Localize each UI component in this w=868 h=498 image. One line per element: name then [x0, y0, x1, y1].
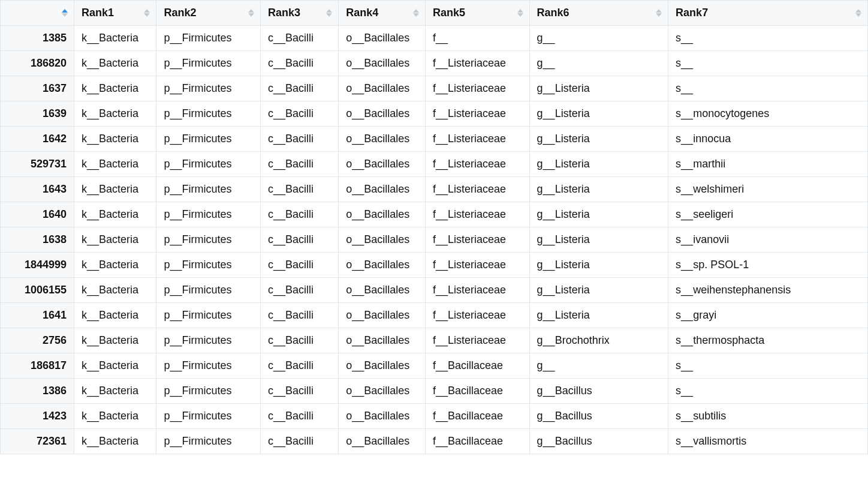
- cell-rank4[interactable]: o__Bacillales: [339, 202, 426, 227]
- sort-icon[interactable]: [325, 8, 333, 19]
- cell-rank3[interactable]: c__Bacilli: [261, 353, 339, 379]
- cell-rank4[interactable]: o__Bacillales: [339, 379, 426, 404]
- cell-rank3[interactable]: c__Bacilli: [261, 127, 339, 152]
- cell-rank6[interactable]: g__Listeria: [529, 76, 668, 101]
- cell-rank7[interactable]: s__innocua: [668, 127, 868, 152]
- cell-rank3[interactable]: c__Bacilli: [261, 227, 339, 253]
- cell-rank2[interactable]: p__Firmicutes: [156, 51, 261, 76]
- cell-rank3[interactable]: c__Bacilli: [261, 76, 339, 101]
- cell-rank7[interactable]: s__seeligeri: [668, 202, 868, 227]
- cell-rank5[interactable]: f__: [425, 26, 529, 51]
- cell-rank1[interactable]: k__Bacteria: [74, 404, 156, 429]
- row-id-cell[interactable]: 1641: [1, 303, 74, 328]
- cell-rank3[interactable]: c__Bacilli: [261, 152, 339, 177]
- cell-rank1[interactable]: k__Bacteria: [74, 429, 156, 454]
- cell-rank6[interactable]: g__: [529, 51, 668, 76]
- cell-rank7[interactable]: s__marthii: [668, 152, 868, 177]
- cell-rank5[interactable]: f__Bacillaceae: [425, 379, 529, 404]
- cell-rank2[interactable]: p__Firmicutes: [156, 127, 261, 152]
- column-header-rank2[interactable]: Rank2: [156, 1, 261, 26]
- cell-rank5[interactable]: f__Listeriaceae: [425, 303, 529, 328]
- cell-rank2[interactable]: p__Firmicutes: [156, 429, 261, 454]
- cell-rank4[interactable]: o__Bacillales: [339, 152, 426, 177]
- cell-rank6[interactable]: g__Listeria: [529, 127, 668, 152]
- cell-rank2[interactable]: p__Firmicutes: [156, 101, 261, 127]
- row-id-cell[interactable]: 1423: [1, 404, 74, 429]
- cell-rank2[interactable]: p__Firmicutes: [156, 328, 261, 353]
- cell-rank5[interactable]: f__Listeriaceae: [425, 101, 529, 127]
- row-id-cell[interactable]: 72361: [1, 429, 74, 454]
- cell-rank4[interactable]: o__Bacillales: [339, 101, 426, 127]
- cell-rank5[interactable]: f__Bacillaceae: [425, 429, 529, 454]
- cell-rank7[interactable]: s__: [668, 26, 868, 51]
- column-header-rank3[interactable]: Rank3: [261, 1, 339, 26]
- cell-rank3[interactable]: c__Bacilli: [261, 379, 339, 404]
- row-id-cell[interactable]: 1386: [1, 379, 74, 404]
- cell-rank2[interactable]: p__Firmicutes: [156, 379, 261, 404]
- cell-rank4[interactable]: o__Bacillales: [339, 76, 426, 101]
- cell-rank7[interactable]: s__grayi: [668, 303, 868, 328]
- cell-rank6[interactable]: g__Bacillus: [529, 404, 668, 429]
- cell-rank7[interactable]: s__subtilis: [668, 404, 868, 429]
- row-id-cell[interactable]: 1844999: [1, 253, 74, 278]
- cell-rank3[interactable]: c__Bacilli: [261, 328, 339, 353]
- cell-rank6[interactable]: g__Brochothrix: [529, 328, 668, 353]
- row-id-cell[interactable]: 2756: [1, 328, 74, 353]
- cell-rank6[interactable]: g__Bacillus: [529, 429, 668, 454]
- cell-rank3[interactable]: c__Bacilli: [261, 303, 339, 328]
- cell-rank7[interactable]: s__: [668, 51, 868, 76]
- sort-icon[interactable]: [655, 8, 663, 19]
- cell-rank5[interactable]: f__Listeriaceae: [425, 127, 529, 152]
- cell-rank2[interactable]: p__Firmicutes: [156, 152, 261, 177]
- cell-rank7[interactable]: s__: [668, 353, 868, 379]
- cell-rank5[interactable]: f__Listeriaceae: [425, 253, 529, 278]
- row-id-cell[interactable]: 1385: [1, 26, 74, 51]
- row-id-cell[interactable]: 1638: [1, 227, 74, 253]
- cell-rank2[interactable]: p__Firmicutes: [156, 76, 261, 101]
- cell-rank5[interactable]: f__Listeriaceae: [425, 202, 529, 227]
- cell-rank6[interactable]: g__Listeria: [529, 101, 668, 127]
- cell-rank6[interactable]: g__Listeria: [529, 303, 668, 328]
- column-header-rank6[interactable]: Rank6: [529, 1, 668, 26]
- cell-rank7[interactable]: s__: [668, 379, 868, 404]
- cell-rank4[interactable]: o__Bacillales: [339, 429, 426, 454]
- cell-rank6[interactable]: g__Listeria: [529, 227, 668, 253]
- row-id-cell[interactable]: 186820: [1, 51, 74, 76]
- row-id-cell[interactable]: 1637: [1, 76, 74, 101]
- cell-rank5[interactable]: f__Listeriaceae: [425, 152, 529, 177]
- cell-rank4[interactable]: o__Bacillales: [339, 177, 426, 202]
- cell-rank6[interactable]: g__Listeria: [529, 177, 668, 202]
- cell-rank1[interactable]: k__Bacteria: [74, 51, 156, 76]
- cell-rank3[interactable]: c__Bacilli: [261, 253, 339, 278]
- cell-rank7[interactable]: s__weihenstephanensis: [668, 278, 868, 303]
- cell-rank1[interactable]: k__Bacteria: [74, 328, 156, 353]
- cell-rank3[interactable]: c__Bacilli: [261, 429, 339, 454]
- sort-icon[interactable]: [516, 8, 525, 19]
- cell-rank3[interactable]: c__Bacilli: [261, 101, 339, 127]
- cell-rank1[interactable]: k__Bacteria: [74, 127, 156, 152]
- row-id-cell[interactable]: 1643: [1, 177, 74, 202]
- cell-rank1[interactable]: k__Bacteria: [74, 26, 156, 51]
- cell-rank2[interactable]: p__Firmicutes: [156, 202, 261, 227]
- cell-rank3[interactable]: c__Bacilli: [261, 404, 339, 429]
- cell-rank7[interactable]: s__welshimeri: [668, 177, 868, 202]
- sort-icon[interactable]: [854, 8, 863, 19]
- cell-rank6[interactable]: g__Listeria: [529, 202, 668, 227]
- cell-rank2[interactable]: p__Firmicutes: [156, 227, 261, 253]
- cell-rank2[interactable]: p__Firmicutes: [156, 404, 261, 429]
- cell-rank4[interactable]: o__Bacillales: [339, 353, 426, 379]
- cell-rank5[interactable]: f__Listeriaceae: [425, 328, 529, 353]
- cell-rank4[interactable]: o__Bacillales: [339, 127, 426, 152]
- cell-rank1[interactable]: k__Bacteria: [74, 227, 156, 253]
- cell-rank7[interactable]: s__monocytogenes: [668, 101, 868, 127]
- cell-rank5[interactable]: f__Listeriaceae: [425, 177, 529, 202]
- row-id-cell[interactable]: 1640: [1, 202, 74, 227]
- cell-rank5[interactable]: f__Listeriaceae: [425, 227, 529, 253]
- column-header-rank4[interactable]: Rank4: [339, 1, 426, 26]
- cell-rank3[interactable]: c__Bacilli: [261, 278, 339, 303]
- cell-rank4[interactable]: o__Bacillales: [339, 404, 426, 429]
- cell-rank4[interactable]: o__Bacillales: [339, 253, 426, 278]
- cell-rank4[interactable]: o__Bacillales: [339, 328, 426, 353]
- cell-rank2[interactable]: p__Firmicutes: [156, 353, 261, 379]
- cell-rank7[interactable]: s__sp. PSOL-1: [668, 253, 868, 278]
